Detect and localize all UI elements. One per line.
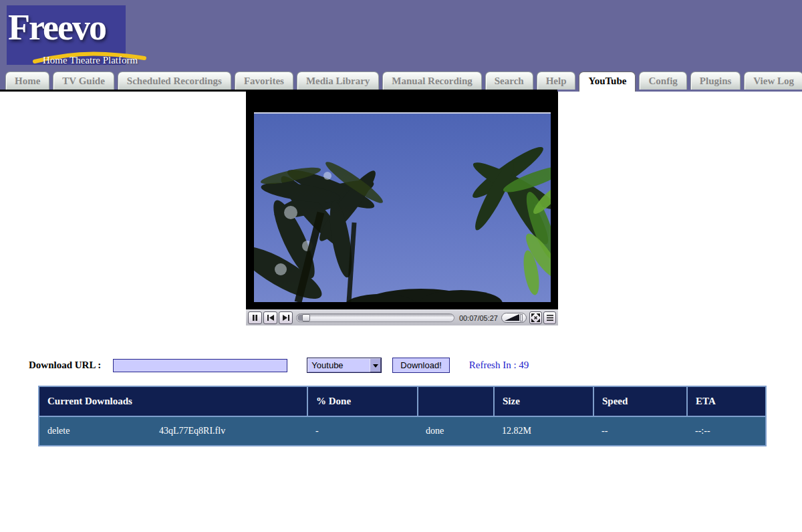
delete-link[interactable]: delete bbox=[47, 426, 70, 436]
download-eta: --:-- bbox=[687, 416, 766, 446]
download-filename: 43qL77Eq8RI.flv bbox=[151, 416, 307, 446]
tab-help[interactable]: Help bbox=[537, 72, 576, 90]
masthead: Freevo Home Theatre Platform Home TV Gui… bbox=[0, 0, 802, 92]
tab-favorites[interactable]: Favorites bbox=[235, 72, 293, 90]
main-tabbar: Home TV Guide Scheduled Recordings Favor… bbox=[5, 71, 802, 92]
site-select[interactable]: Youtube bbox=[307, 358, 382, 373]
player-controls: 00:07/05:27 bbox=[246, 309, 558, 325]
logo-title: Freevo bbox=[8, 7, 106, 48]
menu-icon bbox=[547, 315, 553, 321]
freevo-logo: Freevo Home Theatre Platform bbox=[7, 5, 126, 65]
download-form: Download URL : Youtube Download! Refresh… bbox=[29, 358, 529, 373]
next-track-icon bbox=[283, 315, 289, 321]
download-status: done bbox=[418, 416, 494, 446]
seek-thumb[interactable] bbox=[302, 314, 310, 321]
freevo-page: Freevo Home Theatre Platform Home TV Gui… bbox=[0, 0, 802, 532]
volume-slider[interactable] bbox=[501, 313, 527, 323]
tab-manual-recording[interactable]: Manual Recording bbox=[382, 72, 481, 90]
download-speed: -- bbox=[593, 416, 687, 446]
playlist-menu-button[interactable] bbox=[543, 311, 556, 324]
pause-button[interactable] bbox=[248, 311, 262, 324]
tab-config[interactable]: Config bbox=[639, 72, 686, 90]
tab-youtube[interactable]: YouTube bbox=[579, 72, 636, 92]
tab-tv-guide[interactable]: TV Guide bbox=[53, 72, 114, 90]
col-percent-done: % Done bbox=[307, 386, 418, 416]
select-arrow-button[interactable] bbox=[370, 358, 381, 372]
volume-handle[interactable] bbox=[520, 314, 523, 321]
time-display: 00:07/05:27 bbox=[459, 314, 498, 322]
previous-button[interactable] bbox=[263, 311, 277, 324]
next-button[interactable] bbox=[279, 311, 293, 324]
video-screen[interactable] bbox=[246, 92, 558, 309]
col-speed: Speed bbox=[593, 386, 687, 416]
download-button[interactable]: Download! bbox=[392, 358, 449, 373]
col-size: Size bbox=[494, 386, 593, 416]
seek-bar[interactable] bbox=[296, 313, 454, 322]
download-url-label: Download URL : bbox=[29, 360, 101, 371]
table-header-row: Current Downloads % Done Size Speed ETA bbox=[39, 386, 766, 416]
tab-search[interactable]: Search bbox=[485, 72, 533, 90]
fullscreen-button[interactable] bbox=[529, 311, 542, 324]
downloads-table: Current Downloads % Done Size Speed ETA … bbox=[38, 386, 767, 446]
refresh-countdown: Refresh In : 49 bbox=[469, 360, 529, 371]
fullscreen-icon bbox=[531, 313, 540, 322]
tab-view-log[interactable]: View Log bbox=[744, 72, 802, 90]
volume-ramp-icon bbox=[505, 314, 519, 321]
previous-track-icon bbox=[267, 315, 274, 321]
chevron-down-icon bbox=[373, 364, 378, 370]
logo-subtitle: Home Theatre Platform bbox=[43, 55, 138, 66]
tab-scheduled-recordings[interactable]: Scheduled Recordings bbox=[118, 72, 231, 90]
video-player: 00:07/05:27 bbox=[246, 92, 558, 325]
download-url-input[interactable] bbox=[113, 359, 287, 372]
tab-plugins[interactable]: Plugins bbox=[690, 72, 741, 90]
download-percent: - bbox=[307, 416, 418, 446]
col-status bbox=[418, 386, 494, 416]
tab-media-library[interactable]: Media Library bbox=[297, 72, 379, 90]
download-size: 12.82M bbox=[494, 416, 593, 446]
table-row: delete 43qL77Eq8RI.flv - done 12.82M -- … bbox=[39, 416, 766, 446]
site-select-value: Youtube bbox=[307, 360, 370, 370]
col-current-downloads: Current Downloads bbox=[39, 386, 307, 416]
col-eta: ETA bbox=[687, 386, 766, 416]
video-frame bbox=[254, 112, 551, 302]
tab-home[interactable]: Home bbox=[5, 72, 49, 90]
pause-icon bbox=[252, 315, 258, 321]
